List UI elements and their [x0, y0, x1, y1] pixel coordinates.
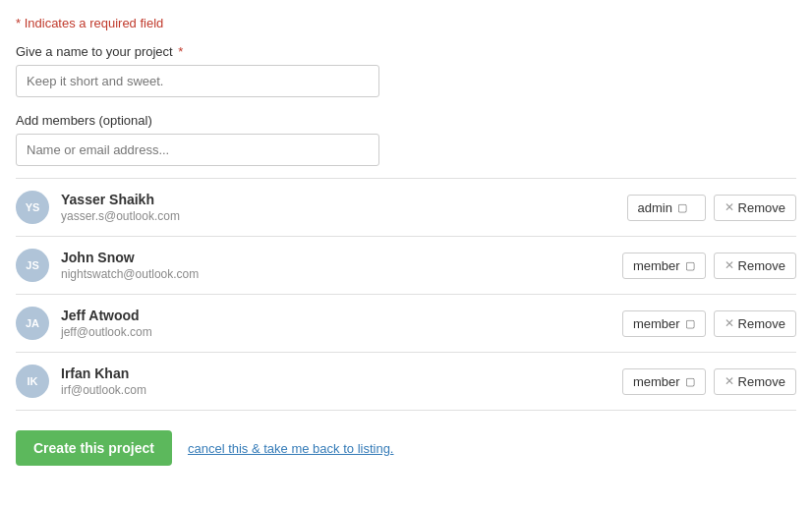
- member-info: Irfan Khan irf@outlook.com: [61, 365, 622, 397]
- member-email: nightswatch@outlook.com: [61, 267, 622, 281]
- member-row: IK Irfan Khan irf@outlook.com member ▢ ✕…: [16, 353, 796, 411]
- member-email: irf@outlook.com: [61, 383, 622, 397]
- dropdown-icon: ▢: [685, 375, 695, 388]
- remove-button[interactable]: ✕ Remove: [714, 368, 796, 395]
- footer-actions: Create this project cancel this & take m…: [16, 430, 796, 466]
- required-note: * Indicates a required field: [16, 16, 796, 30]
- role-button[interactable]: member ▢: [622, 368, 706, 395]
- project-name-section: Give a name to your project *: [16, 44, 796, 97]
- remove-label: Remove: [738, 258, 785, 273]
- avatar: JA: [16, 307, 49, 340]
- member-row: YS Yasser Shaikh yasser.s@outlook.com ad…: [16, 179, 796, 237]
- role-label: member: [633, 258, 680, 273]
- avatar: JS: [16, 249, 49, 282]
- member-actions: member ▢ ✕ Remove: [622, 368, 796, 395]
- x-icon: ✕: [725, 374, 734, 388]
- remove-label: Remove: [738, 374, 785, 389]
- member-row: JS John Snow nightswatch@outlook.com mem…: [16, 237, 796, 295]
- member-email: jeff@outlook.com: [61, 325, 622, 339]
- member-list: YS Yasser Shaikh yasser.s@outlook.com ad…: [16, 178, 796, 411]
- remove-label: Remove: [738, 316, 785, 331]
- role-label: member: [633, 374, 680, 389]
- dropdown-icon: ▢: [685, 317, 695, 330]
- x-icon: ✕: [725, 200, 734, 214]
- member-actions: member ▢ ✕ Remove: [622, 310, 796, 337]
- cancel-link[interactable]: cancel this & take me back to listing.: [188, 441, 394, 456]
- role-label: admin: [638, 200, 672, 215]
- member-email: yasser.s@outlook.com: [61, 209, 627, 223]
- project-name-input[interactable]: [16, 65, 379, 97]
- avatar: IK: [16, 365, 49, 398]
- member-info: Yasser Shaikh yasser.s@outlook.com: [61, 192, 627, 223]
- member-name: Yasser Shaikh: [61, 192, 627, 207]
- create-project-button[interactable]: Create this project: [16, 430, 172, 466]
- members-label: Add members (optional): [16, 113, 796, 128]
- members-input[interactable]: [16, 134, 379, 166]
- avatar: YS: [16, 191, 49, 224]
- role-button[interactable]: member ▢: [622, 253, 706, 279]
- member-actions: admin ▢ ✕ Remove: [627, 195, 796, 221]
- remove-label: Remove: [738, 200, 785, 215]
- member-name: Jeff Atwood: [61, 308, 622, 323]
- member-info: John Snow nightswatch@outlook.com: [61, 250, 622, 281]
- dropdown-icon: ▢: [677, 201, 687, 214]
- role-button[interactable]: member ▢: [622, 310, 706, 337]
- member-name: John Snow: [61, 250, 622, 265]
- x-icon: ✕: [725, 258, 734, 272]
- members-section: Add members (optional) YS Yasser Shaikh …: [16, 113, 796, 411]
- member-name: Irfan Khan: [61, 365, 622, 381]
- role-button[interactable]: admin ▢: [627, 195, 706, 221]
- member-info: Jeff Atwood jeff@outlook.com: [61, 308, 622, 339]
- member-actions: member ▢ ✕ Remove: [622, 253, 796, 279]
- dropdown-icon: ▢: [685, 259, 695, 272]
- member-row: JA Jeff Atwood jeff@outlook.com member ▢…: [16, 295, 796, 353]
- remove-button[interactable]: ✕ Remove: [714, 253, 796, 279]
- role-label: member: [633, 316, 680, 331]
- remove-button[interactable]: ✕ Remove: [714, 195, 796, 221]
- x-icon: ✕: [725, 316, 734, 330]
- project-name-label: Give a name to your project *: [16, 44, 796, 59]
- remove-button[interactable]: ✕ Remove: [714, 310, 796, 337]
